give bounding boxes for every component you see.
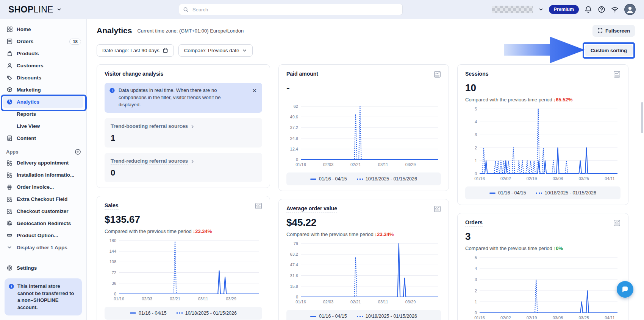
solid-line-swatch [130, 312, 136, 314]
sidebar-item-marketing[interactable]: Marketing [3, 84, 83, 96]
sidebar-item-home[interactable]: Home [3, 23, 83, 36]
sidebar-app-delivery-appointment[interactable]: Delivery appointment [3, 157, 83, 169]
chart-table-toggle-icon[interactable] [613, 71, 621, 78]
sidebar-item-label: Products [17, 51, 39, 56]
sidebar-app-extra-checkout-field[interactable]: Extra Checkout Field [3, 193, 83, 205]
chevron-down-icon[interactable] [539, 7, 543, 12]
settings-gear-icon [6, 264, 13, 271]
notice-text: This internal store cannot be transferre… [17, 283, 77, 311]
svg-text:72: 72 [112, 270, 116, 275]
customers-person-icon [6, 62, 13, 69]
content-file-icon [6, 135, 13, 141]
sidebar-item-products[interactable]: Products [3, 48, 83, 60]
sessions-comparison: Compared with the previous time period ↓… [465, 97, 621, 103]
custom-sorting-button[interactable]: Custom sorting [585, 45, 633, 56]
filter-controls: Date range: Last 90 days Compare: Previo… [97, 42, 635, 59]
sidebar-item-orders[interactable]: Orders 18 [3, 36, 83, 48]
svg-text:03/29: 03/29 [226, 297, 236, 301]
sidebar-app-order-invoice[interactable]: Order Invoice... [3, 181, 83, 193]
sidebar-item-label: Customers [17, 63, 44, 68]
svg-text:02/03: 02/03 [142, 297, 152, 301]
chart-table-toggle-icon[interactable] [613, 219, 621, 227]
svg-text:0: 0 [296, 157, 298, 162]
svg-text:0: 0 [114, 292, 116, 296]
premium-badge[interactable]: Premium [549, 5, 579, 14]
person-icon [625, 4, 635, 15]
notifications-bell-icon[interactable] [585, 6, 592, 13]
svg-text:1: 1 [475, 300, 477, 304]
sessions-chart: 54321001/1602/0202/1903/0803/2504/11 [465, 106, 621, 183]
svg-text:02/21: 02/21 [350, 162, 361, 167]
page-title: Analytics [97, 26, 132, 35]
paid-amount-card: Paid amount - 6249.637.224.812.4001/1602… [278, 64, 449, 191]
dotted-line-swatch [357, 179, 363, 180]
solid-line-swatch [310, 316, 316, 317]
trend-boosting-box: Trend-boosting referral sources 1 [105, 118, 262, 148]
chat-widget-button[interactable] [617, 281, 633, 298]
svg-text:02/03: 02/03 [323, 300, 334, 304]
main-content: Analytics Current time zone: (GMT+01:00)… [87, 19, 644, 320]
fullscreen-button[interactable]: Fullscreen [592, 25, 635, 37]
sidebar-item-settings[interactable]: Settings [3, 262, 83, 274]
sidebar-item-label: Orders [17, 39, 33, 44]
sidebar-item-label: Home [17, 26, 31, 32]
sidebar-item-discounts[interactable]: Discounts [3, 72, 83, 84]
orders-value: 3 [465, 231, 621, 242]
sidebar-item-analytics[interactable]: Analytics [3, 96, 83, 108]
svg-text:01/16: 01/16 [114, 297, 124, 301]
svg-text:03/11: 03/11 [198, 297, 208, 301]
svg-text:108: 108 [109, 259, 116, 264]
svg-text:31.6: 31.6 [290, 273, 298, 278]
add-app-icon[interactable] [75, 149, 81, 155]
trend-boosting-link[interactable]: Trend-boosting referral sources [111, 123, 188, 130]
svg-text:03/08: 03/08 [553, 176, 563, 181]
card-title: Paid amount [286, 71, 318, 78]
account-avatar[interactable] [624, 4, 636, 15]
sidebar-item-customers[interactable]: Customers [3, 60, 83, 72]
store-switcher[interactable]: SHOPLINE [8, 5, 61, 15]
chart-table-toggle-icon[interactable] [434, 71, 441, 78]
discount-tag-icon [6, 75, 13, 81]
sidebar-app-installation-information[interactable]: Installation informatio... [3, 169, 83, 181]
chevron-right-icon [190, 159, 195, 164]
compare-filter[interactable]: Compare: Previous date [178, 44, 253, 57]
topbar: SHOPLINE Premium [0, 0, 644, 19]
svg-text:12.4: 12.4 [290, 147, 298, 151]
help-icon[interactable] [598, 6, 605, 13]
sales-value: $135.67 [105, 214, 262, 225]
sidebar-item-content[interactable]: Content [3, 132, 83, 144]
chart-table-toggle-icon[interactable] [434, 205, 441, 213]
date-range-filter[interactable]: Date range: Last 90 days [97, 44, 174, 57]
card-title: Visitor change analysis [105, 71, 163, 78]
svg-text:79: 79 [294, 241, 298, 246]
sidebar-app-geolocation-redirects[interactable]: Geolocation Redirects [3, 217, 83, 230]
svg-text:02/02: 02/02 [500, 176, 511, 181]
network-wifi-icon[interactable] [611, 6, 619, 13]
sidebar-app-checkout-customizer[interactable]: Checkout customizer [3, 205, 83, 217]
close-icon[interactable]: ✕ [251, 87, 258, 109]
chart-table-toggle-icon[interactable] [255, 202, 262, 210]
sidebar-item-live-view[interactable]: Live View [3, 120, 83, 132]
display-other-apps-toggle[interactable]: Display other 1 Apps [3, 241, 83, 253]
sidebar-item-label: Geolocation Redirects [17, 221, 71, 226]
search-input[interactable] [192, 6, 399, 13]
dotted-line-swatch [536, 193, 542, 194]
sidebar-item-label: Content [17, 135, 36, 141]
page-header: Analytics Current time zone: (GMT+01:00)… [97, 24, 635, 37]
svg-text:02/19: 02/19 [527, 315, 537, 320]
svg-text:03/11: 03/11 [378, 162, 388, 167]
alert-text: Data updates in real time. When there ar… [119, 87, 244, 109]
internal-store-notice: This internal store cannot be transferre… [5, 278, 82, 315]
scrollbar-thumb[interactable] [641, 102, 643, 133]
card-title: Average order value [286, 205, 337, 213]
chevron-down-icon [242, 48, 247, 53]
sidebar-app-product-option[interactable]: Product Option... [3, 229, 83, 241]
chart-legend: 01/16 - 04/15 10/18/2025 - 01/15/2026 [465, 186, 621, 199]
orders-chart: 54321001/1602/0202/1903/0803/2504/11 [465, 255, 621, 320]
sales-comparison: Compared with the previous time period ↓… [105, 228, 262, 234]
sidebar-item-reports[interactable]: Reports [3, 108, 83, 120]
svg-text:03/08: 03/08 [553, 315, 563, 320]
svg-text:5: 5 [475, 107, 477, 111]
trend-reducing-link[interactable]: Trend-reducing referral sources [111, 158, 188, 165]
chart-legend: 01/16 - 04/15 10/18/2025 - 01/15/2026 [286, 172, 441, 185]
